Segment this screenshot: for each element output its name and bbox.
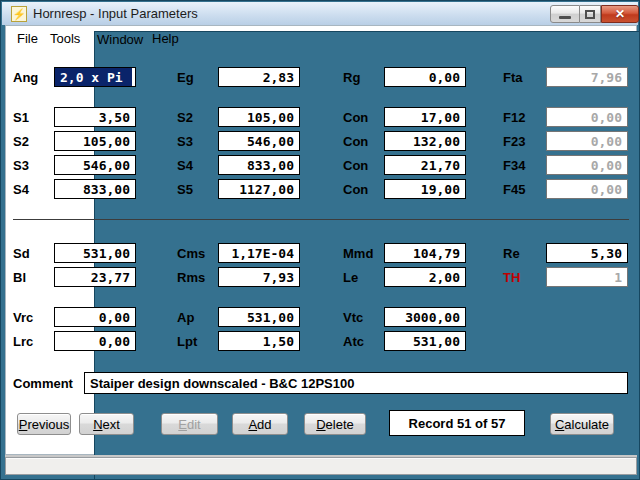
param-con34-label: Con bbox=[343, 158, 368, 173]
param-rms-field[interactable]: 7,93 bbox=[218, 267, 300, 287]
param-th-field: 1 bbox=[546, 267, 628, 287]
param-lrc-field[interactable]: 0,00 bbox=[54, 331, 136, 351]
param-s3a: S3 546,00 bbox=[177, 131, 300, 151]
param-s4b-label: S4 bbox=[13, 182, 29, 197]
param-cms-field[interactable]: 1,17E-04 bbox=[218, 243, 300, 263]
param-sd-field[interactable]: 531,00 bbox=[54, 243, 136, 263]
title-bar[interactable]: ⚡ Hornresp - Input Parameters ✕ bbox=[2, 2, 638, 25]
param-con12-field[interactable]: 17,00 bbox=[384, 107, 466, 127]
param-s2b-field[interactable]: 105,00 bbox=[54, 131, 136, 151]
param-f34-label: F34 bbox=[503, 158, 525, 173]
menu-bar: File Tools Window Help bbox=[5, 26, 635, 48]
param-vrc-field[interactable]: 0,00 bbox=[54, 307, 136, 327]
param-s1-label: S1 bbox=[13, 110, 29, 125]
param-s4b: S4 833,00 bbox=[13, 179, 136, 199]
param-vtc: Vtc 3000,00 bbox=[343, 307, 466, 327]
param-s4a-label: S4 bbox=[177, 158, 193, 173]
add-button[interactable]: Add bbox=[232, 413, 288, 435]
param-s2b-label: S2 bbox=[13, 134, 29, 149]
param-s3b-label: S3 bbox=[13, 158, 29, 173]
param-rms-label: Rms bbox=[177, 270, 205, 285]
param-le-label: Le bbox=[343, 270, 358, 285]
param-ap-field[interactable]: 531,00 bbox=[218, 307, 300, 327]
close-button[interactable]: ✕ bbox=[601, 5, 639, 23]
param-con23-field[interactable]: 132,00 bbox=[384, 131, 466, 151]
param-le-field[interactable]: 2,00 bbox=[384, 267, 466, 287]
param-s3a-field[interactable]: 546,00 bbox=[218, 131, 300, 151]
param-s2a-field[interactable]: 105,00 bbox=[218, 107, 300, 127]
param-con34: Con 21,70 bbox=[343, 155, 466, 175]
param-s2a: S2 105,00 bbox=[177, 107, 300, 127]
param-mmd-field[interactable]: 104,79 bbox=[384, 243, 466, 263]
param-f12-label: F12 bbox=[503, 110, 525, 125]
param-th-label: TH bbox=[503, 270, 520, 285]
param-s3a-label: S3 bbox=[177, 134, 193, 149]
param-s4a: S4 833,00 bbox=[177, 155, 300, 175]
param-bl: Bl 23,77 bbox=[13, 267, 136, 287]
param-rg-field[interactable]: 0,00 bbox=[384, 67, 466, 87]
param-con34-field[interactable]: 21,70 bbox=[384, 155, 466, 175]
window-title: Hornresp - Input Parameters bbox=[33, 6, 198, 21]
maximize-button[interactable] bbox=[580, 5, 601, 23]
param-re-label: Re bbox=[503, 246, 520, 261]
param-ap: Ap 531,00 bbox=[177, 307, 300, 327]
comment-field[interactable]: Staiper design downscaled - B&C 12PS100 bbox=[84, 372, 628, 394]
param-eg-field[interactable]: 2,83 bbox=[218, 67, 300, 87]
param-s4b-field[interactable]: 833,00 bbox=[54, 179, 136, 199]
param-sd: Sd 531,00 bbox=[13, 243, 136, 263]
param-s5-label: S5 bbox=[177, 182, 193, 197]
close-icon: ✕ bbox=[615, 7, 625, 21]
comment-label: Comment bbox=[13, 376, 73, 391]
param-vrc-label: Vrc bbox=[13, 310, 33, 325]
hornresp-window: ⚡ Hornresp - Input Parameters ✕ File Too… bbox=[0, 0, 640, 480]
menu-file[interactable]: File bbox=[15, 31, 40, 46]
param-atc-field[interactable]: 531,00 bbox=[384, 331, 466, 351]
param-con23: Con 132,00 bbox=[343, 131, 466, 151]
param-mmd: Mmd 104,79 bbox=[343, 243, 466, 263]
section-divider bbox=[13, 219, 629, 220]
calculate-button[interactable]: Calculate bbox=[550, 413, 614, 435]
param-s1-field[interactable]: 3,50 bbox=[54, 107, 136, 127]
param-eg: Eg 2,83 bbox=[177, 67, 300, 87]
previous-button[interactable]: Previous bbox=[17, 413, 71, 435]
param-f45-label: F45 bbox=[503, 182, 525, 197]
param-cms: Cms 1,17E-04 bbox=[177, 243, 300, 263]
param-atc-label: Atc bbox=[343, 334, 364, 349]
param-rg-label: Rg bbox=[343, 70, 360, 85]
maximize-icon bbox=[585, 10, 595, 19]
param-s4a-field[interactable]: 833,00 bbox=[218, 155, 300, 175]
param-fta: Fta 7,96 bbox=[503, 67, 628, 87]
param-vtc-label: Vtc bbox=[343, 310, 363, 325]
param-re: Re 5,30 bbox=[503, 243, 628, 263]
menu-tools[interactable]: Tools bbox=[48, 31, 82, 46]
param-ap-label: Ap bbox=[177, 310, 194, 325]
hornresp-app-icon: ⚡ bbox=[11, 6, 27, 22]
param-con45-field[interactable]: 19,00 bbox=[384, 179, 466, 199]
param-ang-field[interactable]: 2,0 x Pi bbox=[54, 67, 136, 87]
param-lpt-field[interactable]: 1,50 bbox=[218, 331, 300, 351]
menu-help[interactable]: Help bbox=[150, 31, 181, 46]
param-re-field[interactable]: 5,30 bbox=[546, 243, 628, 263]
param-s1: S1 3,50 bbox=[13, 107, 136, 127]
param-con45: Con 19,00 bbox=[343, 179, 466, 199]
param-fta-field: 7,96 bbox=[546, 67, 628, 87]
param-s3b-field[interactable]: 546,00 bbox=[54, 155, 136, 175]
status-bar bbox=[5, 457, 637, 475]
param-bl-field[interactable]: 23,77 bbox=[54, 267, 136, 287]
param-s3b: S3 546,00 bbox=[13, 155, 136, 175]
param-rms: Rms 7,93 bbox=[177, 267, 300, 287]
delete-button[interactable]: Delete bbox=[304, 413, 366, 435]
param-atc: Atc 531,00 bbox=[343, 331, 466, 351]
param-cms-label: Cms bbox=[177, 246, 205, 261]
param-s2b: S2 105,00 bbox=[13, 131, 136, 151]
record-status: Record 51 of 57 bbox=[389, 410, 525, 436]
param-eg-label: Eg bbox=[177, 70, 194, 85]
param-vtc-field[interactable]: 3000,00 bbox=[384, 307, 466, 327]
param-lpt: Lpt 1,50 bbox=[177, 331, 300, 351]
edit-button: Edit bbox=[161, 413, 218, 435]
param-f12-field: 0,00 bbox=[546, 107, 628, 127]
minimize-button[interactable] bbox=[550, 5, 580, 23]
next-button[interactable]: Next bbox=[79, 413, 134, 435]
param-s5-field[interactable]: 1127,00 bbox=[218, 179, 300, 199]
param-con12-label: Con bbox=[343, 110, 368, 125]
